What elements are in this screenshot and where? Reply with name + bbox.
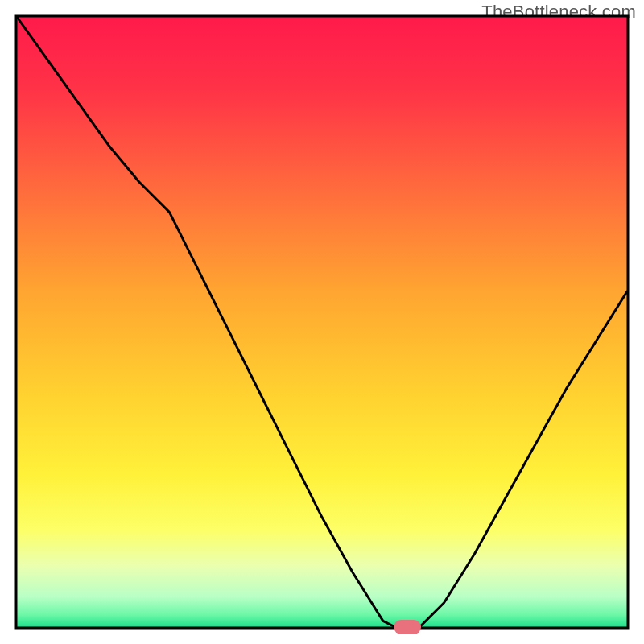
bottleneck-curve-chart [0, 0, 644, 644]
gradient-background [17, 17, 627, 627]
plot-area [16, 16, 628, 634]
chart-container: TheBottleneck.com [0, 0, 644, 644]
optimum-marker [394, 620, 421, 634]
